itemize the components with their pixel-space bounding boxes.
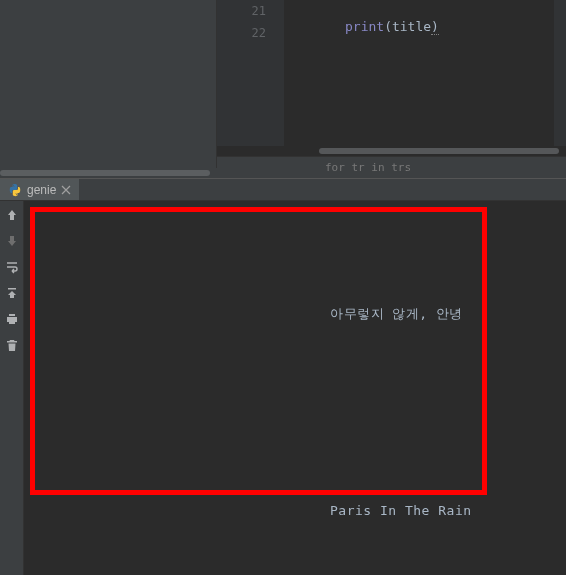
scroll-to-end-icon[interactable] [4, 285, 20, 301]
run-toolbar [0, 201, 24, 575]
code-editor[interactable]: 21 22 ⊖ print(title) [217, 0, 566, 146]
ide-window: 21 22 ⊖ print(title) for tr in trs [0, 0, 566, 575]
highlight-annotation-box [30, 207, 487, 495]
breadcrumbs-bar[interactable]: for tr in trs [217, 156, 566, 178]
arrow-down-icon[interactable] [4, 233, 20, 249]
identifier-title: title [392, 19, 431, 34]
scrollbar-thumb[interactable] [0, 170, 210, 176]
code-text-area[interactable]: print(title) [285, 0, 566, 146]
console-output[interactable]: 아무렇지 않게, 안녕 Paris In The Rain [24, 201, 566, 575]
code-line [345, 0, 566, 16]
code-line: print(title) [345, 16, 566, 38]
run-tab-genie[interactable]: genie [0, 179, 79, 200]
editor-pane: 21 22 ⊖ print(title) for tr in trs [217, 0, 566, 178]
project-horizontal-scrollbar[interactable] [0, 168, 217, 178]
run-tool-window: genie [0, 178, 566, 575]
close-icon[interactable] [61, 185, 71, 195]
top-split: 21 22 ⊖ print(title) for tr in trs [0, 0, 566, 178]
editor-gutter[interactable]: 21 22 [217, 0, 285, 146]
paren-close: ) [431, 19, 439, 35]
arrow-up-icon[interactable] [4, 207, 20, 223]
trash-icon[interactable] [4, 337, 20, 353]
print-icon[interactable] [4, 311, 20, 327]
scrollbar-thumb[interactable] [319, 148, 559, 154]
paren-open: ( [384, 19, 392, 34]
project-tool-window[interactable] [0, 0, 217, 178]
run-tab-label: genie [27, 183, 56, 197]
line-number: 21 [217, 0, 266, 22]
python-icon [8, 183, 22, 197]
line-number: 22 [217, 22, 266, 44]
breadcrumb-item[interactable]: for tr in trs [325, 161, 411, 174]
soft-wrap-icon[interactable] [4, 259, 20, 275]
run-body: 아무렇지 않게, 안녕 Paris In The Rain [0, 201, 566, 575]
keyword-print: print [345, 19, 384, 34]
console-line: 아무렇지 않게, 안녕 [330, 305, 463, 323]
editor-horizontal-scrollbar[interactable] [217, 146, 566, 156]
editor-marker-stripe[interactable] [554, 0, 566, 146]
console-line: Paris In The Rain [330, 503, 472, 518]
run-tabbar: genie [0, 179, 566, 201]
